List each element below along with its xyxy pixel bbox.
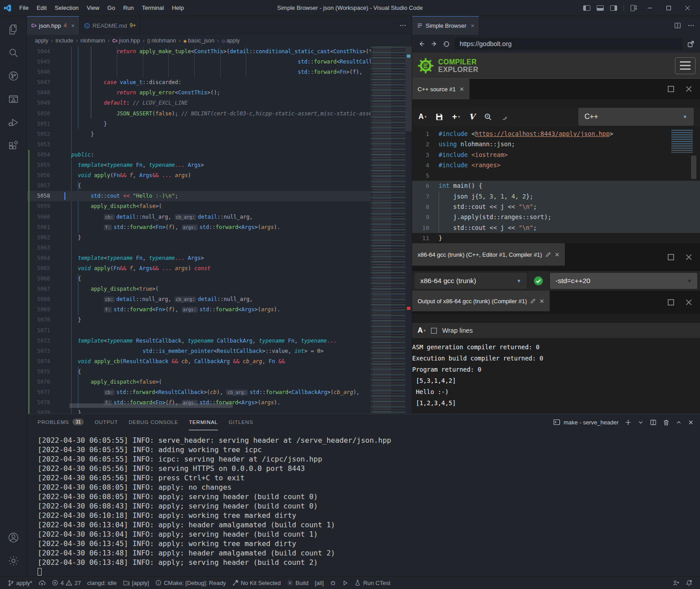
menu-selection[interactable]: Selection (51, 0, 82, 16)
source-control-icon[interactable] (3, 65, 24, 87)
toggle-sidebar-icon[interactable] (583, 5, 590, 11)
close-icon[interactable]: ✕ (459, 86, 464, 93)
toggle-panel-icon[interactable] (597, 5, 604, 11)
menu-help[interactable]: Help (168, 0, 188, 16)
explorer-icon[interactable] (3, 19, 24, 40)
ce-scrollbar[interactable] (691, 156, 696, 179)
browser-more-actions-icon[interactable] (687, 22, 695, 29)
edit-pane-title-icon[interactable] (546, 252, 551, 257)
tab-simple-browser[interactable]: Simple Browser × (412, 16, 479, 35)
breadcrumb-item[interactable]: include (55, 38, 73, 44)
ctest-button[interactable]: Run CTest (351, 576, 393, 589)
close-tab-icon[interactable]: × (71, 22, 75, 29)
horizontal-scrollbar[interactable] (69, 403, 233, 408)
close-icon[interactable]: ✕ (555, 251, 559, 258)
publish-status[interactable] (35, 576, 49, 589)
close-icon[interactable]: ✕ (539, 298, 544, 305)
breadcrumb-item[interactable]: ◈ basic_json (183, 38, 214, 44)
compiler-select[interactable]: x86-64 gcc (trunk)▼ (415, 273, 527, 289)
vim-toggle-icon[interactable]: V (469, 112, 475, 121)
maximize-pane-icon[interactable] (667, 85, 675, 93)
forward-icon[interactable] (430, 40, 438, 48)
close-tab-icon[interactable]: × (471, 22, 474, 29)
close-panel-icon[interactable] (688, 420, 694, 425)
vertical-scrollbar[interactable] (405, 47, 412, 131)
split-terminal-icon[interactable] (650, 419, 657, 426)
ce-menu-icon[interactable] (675, 57, 696, 74)
account-icon[interactable] (3, 527, 24, 548)
build-target[interactable]: [all] (312, 576, 327, 589)
notifications-bell-icon[interactable] (683, 580, 696, 586)
test-explorer-icon[interactable] (3, 89, 24, 110)
save-icon[interactable] (435, 113, 443, 121)
extensions-icon[interactable] (3, 135, 24, 157)
launch-button[interactable] (339, 576, 351, 589)
feedback-icon[interactable] (670, 580, 683, 586)
menu-run[interactable]: Run (119, 0, 138, 16)
tab-debug-console[interactable]: DEBUG CONSOLE (129, 414, 179, 430)
menu-file[interactable]: File (15, 0, 33, 16)
language-select[interactable]: C++▼ (578, 108, 694, 126)
branch-status[interactable]: apply* (4, 576, 35, 589)
url-input[interactable]: https://godbolt.org (455, 38, 683, 50)
compiler-options-input[interactable]: -std=c++20▼ (550, 273, 697, 289)
font-size-button[interactable]: A▾ (418, 113, 427, 121)
tab-output[interactable]: OUTPUT (94, 414, 118, 430)
close-pane-icon[interactable] (685, 85, 693, 93)
back-icon[interactable] (418, 40, 426, 48)
tab-problems[interactable]: PROBLEMS 31 (38, 414, 84, 430)
ce-source-tab[interactable]: C++ source #1 ✕ (412, 79, 470, 99)
reload-icon[interactable] (443, 40, 450, 48)
breadcrumb-item[interactable]: {} nlohmann (147, 38, 176, 44)
ce-source-editor[interactable]: 1#include <https://localhost:8443/apply/… (412, 126, 700, 243)
font-size-button[interactable]: A▾ (418, 326, 426, 335)
terminal-content[interactable]: [2022-04-30 06:05:55] INFO: serve_header… (27, 430, 700, 576)
edit-pane-title-icon[interactable] (530, 298, 536, 304)
cmake-project-status[interactable]: [apply] (120, 576, 152, 589)
settings-gear-icon[interactable] (3, 550, 24, 572)
menu-view[interactable]: View (83, 0, 103, 16)
tab-json-hpp[interactable]: C+ json.hpp 4 × (27, 16, 80, 35)
wrap-lines-checkbox[interactable] (431, 328, 437, 334)
breadcrumb-item[interactable]: apply (35, 38, 48, 44)
ce-output-tab[interactable]: Output of x86-64 gcc (trunk) (Compiler #… (412, 291, 550, 311)
minimize-button[interactable] (644, 5, 656, 11)
close-window-button[interactable] (681, 5, 694, 11)
tab-gitlens[interactable]: GITLENS (229, 414, 253, 430)
breadcrumb-item[interactable]: nlohmann (81, 38, 105, 44)
editor-code-area[interactable]: 5044 return apply_make_tuple<ConstThis>(… (27, 47, 412, 414)
kit-status[interactable]: No Kit Selected (229, 576, 284, 589)
zoom-search-icon[interactable] (484, 113, 492, 121)
add-pane-button[interactable]: +▾ (452, 112, 460, 122)
tab-terminal[interactable]: TERMINAL (189, 414, 218, 430)
terminal-select[interactable]: make - serve_header (553, 419, 619, 426)
close-pane-icon[interactable] (685, 253, 693, 261)
breadcrumb-item[interactable]: ◇ apply (222, 38, 239, 44)
customize-layout-icon[interactable] (630, 4, 637, 12)
search-icon[interactable] (3, 42, 24, 64)
new-terminal-icon[interactable] (625, 419, 632, 426)
breadcrumb[interactable]: apply›include›nlohmann›C+ json.hpp›{} nl… (27, 35, 412, 47)
maximize-button[interactable] (662, 5, 675, 11)
terminal-dropdown-icon[interactable] (638, 420, 644, 425)
toggle-secondary-sidebar-icon[interactable] (610, 5, 617, 11)
maximize-panel-icon[interactable] (676, 420, 682, 425)
breadcrumb-item[interactable]: C+ json.hpp (112, 38, 140, 44)
maximize-pane-icon[interactable] (667, 298, 675, 306)
menu-edit[interactable]: Edit (33, 0, 51, 16)
close-pane-icon[interactable] (685, 298, 693, 306)
open-external-icon[interactable] (687, 40, 695, 48)
bird-icon[interactable] (501, 113, 509, 121)
ce-compiler-tab[interactable]: x86-64 gcc (trunk) (C++, Editor #1, Comp… (412, 243, 565, 266)
problems-status[interactable]: 4 27 (49, 576, 84, 589)
cmake-status[interactable]: CMake: [Debug]: Ready (152, 576, 229, 589)
build-button[interactable]: Build (284, 576, 312, 589)
clangd-status[interactable]: clangd: idle (84, 576, 120, 589)
menu-terminal[interactable]: Terminal (138, 0, 168, 16)
kill-terminal-icon[interactable] (663, 419, 670, 426)
tab-readme-md[interactable]: README.md 9+ (80, 16, 141, 35)
minimap[interactable] (371, 47, 405, 414)
split-editor-icon[interactable] (674, 22, 681, 29)
editor-more-actions-icon[interactable] (399, 22, 406, 29)
menu-go[interactable]: Go (103, 0, 119, 16)
